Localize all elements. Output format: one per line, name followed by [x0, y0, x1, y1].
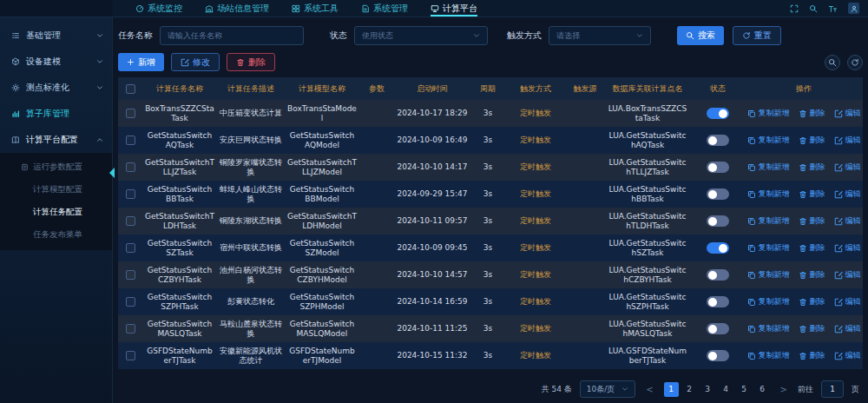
sidebar-subitem-task-publish-menu[interactable]: 任务发布菜单: [0, 223, 112, 246]
trigger-mode-select[interactable]: 请选择: [549, 26, 651, 45]
search-button[interactable]: 搜索: [677, 26, 724, 45]
page-number-1[interactable]: 1: [664, 382, 679, 397]
show-search-button[interactable]: [825, 55, 840, 70]
fullscreen-icon[interactable]: [790, 4, 799, 13]
status-toggle[interactable]: [707, 215, 729, 227]
table-row: GSFDStateNumberTJTask安徽新能源风机状态统计GSFDStat…: [118, 342, 863, 369]
sidebar-collapse-handle[interactable]: [109, 168, 115, 178]
row-delete-button[interactable]: 删除: [799, 243, 825, 253]
copy-add-button[interactable]: 复制新增: [747, 135, 790, 145]
row-delete-button[interactable]: 删除: [799, 351, 825, 360]
row-checkbox[interactable]: [126, 162, 135, 172]
next-page-button[interactable]: >: [778, 385, 790, 394]
status-toggle[interactable]: [707, 188, 729, 200]
row-delete-button[interactable]: 删除: [799, 135, 825, 145]
row-checkbox[interactable]: [126, 216, 135, 226]
model-name-cell: GetStatusSwitchTLLJZModel: [285, 154, 359, 181]
row-edit-button[interactable]: 编辑: [834, 135, 861, 145]
row-checkbox[interactable]: [126, 135, 135, 145]
header-checkbox-cell: [118, 77, 142, 100]
select-all-checkbox[interactable]: [126, 84, 135, 94]
prev-page-button[interactable]: <: [643, 385, 655, 394]
row-edit-button[interactable]: 编辑: [834, 162, 861, 172]
status-toggle[interactable]: [707, 323, 729, 334]
sidebar-item-base-manage[interactable]: 基础管理: [0, 23, 112, 49]
status-toggle[interactable]: [707, 108, 729, 119]
sidebar-subitem-model-config[interactable]: 计算模型配置: [0, 178, 112, 201]
copy-add-button[interactable]: 复制新增: [747, 270, 790, 280]
edit-button[interactable]: 修改: [171, 53, 220, 71]
row-delete-button[interactable]: 删除: [799, 216, 825, 226]
copy-add-button[interactable]: 复制新增: [747, 297, 790, 307]
delete-button[interactable]: 删除: [227, 53, 275, 71]
nav-item-compute-platform[interactable]: 计算平台: [431, 0, 477, 17]
copy-add-button[interactable]: 复制新增: [747, 216, 790, 226]
sidebar-subitem-task-config[interactable]: 计算任务配置: [0, 201, 112, 223]
row-delete-button[interactable]: 删除: [799, 109, 825, 118]
page-number-4[interactable]: 4: [719, 382, 733, 397]
row-edit-button[interactable]: 编辑: [834, 109, 861, 118]
row-edit-button[interactable]: 编辑: [834, 243, 861, 253]
task-name-input[interactable]: 请输入任务名称: [160, 26, 304, 45]
row-checkbox[interactable]: [126, 243, 135, 253]
row-delete-button[interactable]: 删除: [799, 270, 825, 280]
row-delete-button[interactable]: 删除: [799, 189, 825, 199]
row-checkbox[interactable]: [126, 189, 135, 199]
sidebar-item-operator-lib[interactable]: 算子库管理: [0, 101, 112, 127]
copy-add-button[interactable]: 复制新增: [747, 162, 790, 172]
row-edit-button[interactable]: 编辑: [834, 324, 861, 334]
nav-item-system-tools[interactable]: 系统工具: [292, 0, 339, 17]
row-delete-button[interactable]: 删除: [799, 162, 825, 172]
sidebar-item-platform-config[interactable]: 计算平台配置: [0, 127, 112, 153]
copy-add-button[interactable]: 复制新增: [747, 189, 790, 199]
status-toggle[interactable]: [707, 162, 729, 173]
page-number-5[interactable]: 5: [737, 382, 752, 397]
column-header: 数据库关联计算点名: [604, 77, 691, 100]
row-checkbox[interactable]: [126, 109, 135, 118]
reset-button[interactable]: 重置: [733, 26, 781, 45]
toggle-knob: [708, 271, 717, 280]
row-edit-button[interactable]: 编辑: [834, 270, 861, 280]
status-toggle[interactable]: [707, 242, 729, 254]
row-edit-button[interactable]: 编辑: [834, 189, 861, 199]
status-toggle[interactable]: [707, 135, 729, 146]
copy-add-button[interactable]: 复制新增: [747, 351, 790, 360]
sidebar-subitem-run-param-config[interactable]: 运行参数配置: [0, 155, 112, 178]
copy-add-button[interactable]: 复制新增: [747, 243, 790, 253]
copy-add-button[interactable]: 复制新增: [747, 109, 790, 118]
sidebar-item-point-standard[interactable]: 测点标准化: [0, 75, 112, 101]
row-edit-button[interactable]: 编辑: [834, 297, 861, 307]
ops-cell: 复制新增删除编辑: [745, 315, 863, 342]
status-toggle[interactable]: [707, 269, 729, 281]
row-delete-button[interactable]: 删除: [799, 324, 825, 334]
task-desc-cell: 宿州中联状态转换: [217, 235, 285, 261]
page-number-2[interactable]: 2: [682, 382, 697, 397]
chevron-down-icon: [621, 386, 628, 393]
row-checkbox[interactable]: [126, 270, 135, 280]
page-size-select[interactable]: 10条/页: [580, 380, 635, 398]
add-button[interactable]: 新增: [118, 53, 164, 71]
nav-item-system-monitor[interactable]: 系统监控: [135, 0, 182, 17]
page-number-6[interactable]: 6: [755, 382, 770, 397]
row-checkbox[interactable]: [126, 297, 135, 307]
trash-icon: [799, 163, 807, 172]
row-delete-button[interactable]: 删除: [799, 297, 825, 307]
jump-page-input[interactable]: 1: [821, 380, 844, 398]
search-icon[interactable]: [809, 4, 818, 13]
model-name-cell: GSFDStateNumberTJModel: [285, 342, 359, 369]
nav-item-station-info[interactable]: 场站信息管理: [205, 0, 269, 17]
refresh-table-button[interactable]: [847, 55, 863, 70]
avatar[interactable]: [848, 3, 859, 14]
row-edit-button[interactable]: 编辑: [834, 216, 861, 226]
row-checkbox[interactable]: [126, 324, 135, 334]
status-toggle[interactable]: [707, 296, 729, 307]
row-checkbox[interactable]: [126, 351, 135, 360]
status-select[interactable]: 使用状态: [354, 26, 488, 45]
font-size-icon[interactable]: [828, 4, 838, 13]
status-toggle[interactable]: [707, 350, 729, 361]
nav-item-system-manage[interactable]: 系统管理: [361, 0, 408, 17]
row-edit-button[interactable]: 编辑: [834, 351, 861, 360]
sidebar-item-device-model[interactable]: 设备建模: [0, 49, 112, 75]
copy-add-button[interactable]: 复制新增: [747, 324, 790, 334]
page-number-3[interactable]: 3: [700, 382, 715, 397]
